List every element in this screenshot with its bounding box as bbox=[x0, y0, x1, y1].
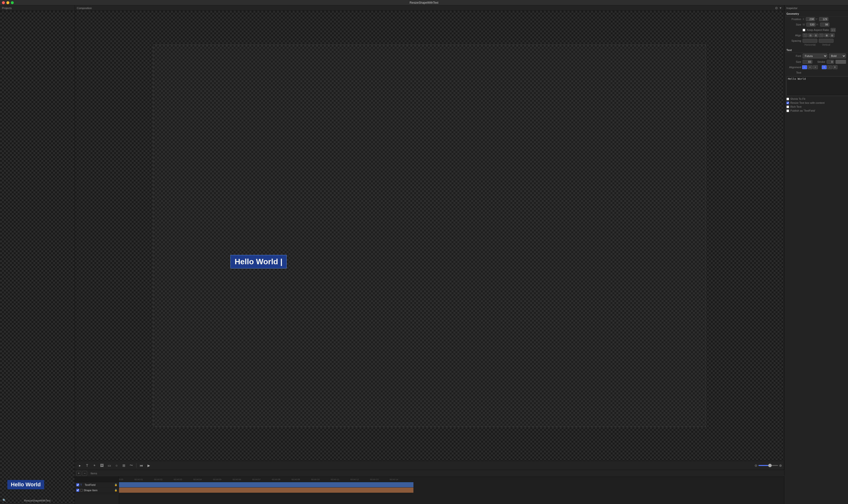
publish-textfield-checkbox[interactable] bbox=[787, 109, 789, 112]
time-mark-13: 00:00:13 bbox=[370, 478, 378, 481]
shrink-to-fit-checkbox[interactable] bbox=[787, 98, 789, 100]
expand-icon[interactable]: ▼ bbox=[779, 6, 782, 10]
textfield-track-bar[interactable] bbox=[119, 482, 413, 488]
textfield-icon: T bbox=[80, 483, 84, 486]
resize-textbox-checkbox[interactable] bbox=[787, 102, 789, 104]
settings-icon[interactable]: ⚙ bbox=[775, 6, 778, 10]
rewind-button[interactable]: ⏮ bbox=[138, 463, 144, 468]
align-middle-text-button[interactable]: ↕ bbox=[827, 65, 832, 69]
time-mark-4: 00:00:04 bbox=[193, 478, 202, 481]
size-w-input[interactable] bbox=[806, 22, 816, 26]
rect-tool-button[interactable]: ▭ bbox=[106, 463, 112, 468]
zoom-in-icon[interactable]: ⊕ bbox=[779, 464, 782, 467]
spacing-v-input[interactable] bbox=[819, 39, 833, 43]
shapeitem-checkbox[interactable] bbox=[76, 489, 79, 492]
resize-textbox-label: Resize Text box with content bbox=[790, 101, 825, 104]
textfield-lock-icon[interactable]: 🔒 bbox=[114, 483, 117, 486]
spacing-h-input[interactable] bbox=[802, 39, 817, 43]
align-bottom-text-button[interactable]: ⬇ bbox=[832, 65, 837, 69]
align-left-button[interactable]: ⬛ bbox=[802, 33, 808, 37]
position-label: Position bbox=[787, 18, 801, 21]
align-label: Align bbox=[787, 34, 801, 37]
play-button[interactable]: ▶ bbox=[146, 463, 152, 468]
timeline-toolbar: + − Items bbox=[75, 470, 784, 477]
timeline-item-textfield[interactable]: T TextField 🔒 bbox=[75, 482, 119, 488]
font-style-select[interactable]: Bold Regular Italic bbox=[829, 54, 846, 58]
spacing-sublabels: Horizontal Vertical bbox=[784, 43, 848, 47]
stroke-label: Stroke bbox=[817, 60, 825, 63]
text-align-v-group: ⬆ ↕ ⬇ bbox=[822, 65, 837, 69]
size-label: Size bbox=[787, 23, 801, 26]
time-mark-10: 00:00:10 bbox=[311, 478, 320, 481]
timeline-items-list: T TextField 🔒 Shape Item 🔒 🔍 bbox=[75, 477, 119, 504]
window-controls bbox=[2, 1, 14, 4]
minimize-button[interactable] bbox=[6, 1, 9, 4]
select-tool-button[interactable]: ▸ bbox=[77, 463, 83, 468]
shapeitem-name: Shape Item bbox=[84, 489, 97, 492]
close-button[interactable] bbox=[2, 1, 5, 4]
title-bar: ResizeShapeWithText bbox=[0, 0, 848, 5]
playback-toolbar: ▸ T ⌖ 🖼 ▭ ○ ⊞ 〜 ⏮ ▶ ⊖ ⊕ bbox=[75, 461, 784, 470]
shapeitem-track-bar[interactable] bbox=[119, 488, 413, 493]
circle-tool-button[interactable]: ○ bbox=[114, 463, 120, 468]
align-bottom-button[interactable]: ▧ bbox=[830, 33, 834, 37]
font-size-input[interactable] bbox=[802, 60, 812, 64]
align-row: Align ⬛ ▤ ▥ ⬛ ▦ ▧ bbox=[784, 33, 848, 38]
zoom-out-icon[interactable]: ⊖ bbox=[755, 464, 757, 467]
rich-text-checkbox[interactable] bbox=[787, 106, 789, 108]
align-left-text-button[interactable]: ≡ bbox=[802, 65, 807, 69]
position-y-input[interactable] bbox=[819, 17, 828, 21]
y-label: Y bbox=[816, 18, 818, 21]
align-center-text-button[interactable]: ≡ bbox=[808, 65, 812, 69]
composition-text[interactable]: Hello World bbox=[230, 255, 287, 268]
align-top-text-button[interactable]: ⬆ bbox=[822, 65, 827, 69]
shrink-to-fit-label: Shrink To Fit bbox=[790, 97, 805, 100]
timeline-item-shapeitem[interactable]: Shape Item 🔒 bbox=[75, 488, 119, 493]
composition-header: Composition ⚙ ▼ bbox=[75, 5, 784, 11]
time-mark-12: 00:00:12 bbox=[350, 478, 359, 481]
text-content-input[interactable]: Hello World bbox=[787, 76, 848, 96]
font-row: Font Futura Bold Regular Italic bbox=[784, 53, 848, 59]
main-layout: Projects Hello World ResizeShapeWithText… bbox=[0, 5, 848, 504]
time-mark-1: 00:00:01 bbox=[134, 478, 143, 481]
textfield-track bbox=[119, 482, 413, 488]
project-preview: Hello World ResizeShapeWithText bbox=[0, 11, 75, 504]
timeline-add-button[interactable]: + bbox=[76, 471, 81, 476]
resize-textbox-row: Resize Text box with content bbox=[784, 101, 848, 105]
timeline-area: + − Items T TextField 🔒 bbox=[75, 470, 784, 504]
alignment-row: Alignment ≡ ≡ ≡ ⬆ ↕ ⬇ bbox=[784, 65, 848, 70]
shapeitem-lock-icon[interactable]: 🔒 bbox=[114, 489, 117, 491]
zoom-controls: ⊖ ⊕ bbox=[755, 464, 782, 467]
curve-tool-button[interactable]: 〜 bbox=[128, 463, 134, 468]
align-center-h-button[interactable]: ▤ bbox=[808, 33, 813, 37]
align-center-v-button[interactable]: ▦ bbox=[824, 33, 829, 37]
align-right-button[interactable]: ▥ bbox=[813, 33, 818, 37]
timeline-body bbox=[119, 482, 413, 493]
align-right-text-button[interactable]: ≡ bbox=[813, 65, 818, 69]
size-h-input[interactable] bbox=[820, 22, 829, 26]
timeline-tracks: 00:00:00 00:00:01 00:00:02 00:00:03 00:0… bbox=[119, 477, 784, 504]
spacing-label-spacer bbox=[787, 43, 801, 46]
align-top-button[interactable]: ⬛ bbox=[819, 33, 824, 37]
aspect-ratio-checkbox[interactable] bbox=[802, 29, 805, 31]
maximize-button[interactable] bbox=[11, 1, 14, 4]
time-mark-8: 00:00:08 bbox=[272, 478, 280, 481]
position-x-input[interactable] bbox=[806, 17, 815, 21]
stroke-color-picker[interactable] bbox=[835, 60, 846, 64]
timeline-remove-button[interactable]: − bbox=[82, 471, 87, 476]
inspector-panel: Inspector Geometry Position X Y Size W H bbox=[784, 5, 848, 504]
image-tool-button[interactable]: 🖼 bbox=[99, 463, 105, 468]
anchor-tool-button[interactable]: ⌖ bbox=[91, 463, 97, 468]
projects-header: Projects bbox=[0, 5, 75, 11]
textfield-checkbox[interactable] bbox=[76, 483, 79, 486]
rich-text-row: Rich Text bbox=[784, 105, 848, 109]
text-tool-button[interactable]: T bbox=[84, 463, 90, 468]
timeline-items-label: Items bbox=[91, 472, 97, 475]
layer-tool-button[interactable]: ⊞ bbox=[121, 463, 127, 468]
composition-canvas: Hello World bbox=[75, 11, 784, 461]
shrink-to-fit-row: Shrink To Fit bbox=[784, 97, 848, 101]
time-mark-0: 00:00:00 bbox=[119, 478, 123, 481]
font-select[interactable]: Futura bbox=[802, 54, 827, 58]
zoom-slider[interactable] bbox=[758, 465, 778, 466]
stroke-input[interactable] bbox=[827, 60, 834, 64]
